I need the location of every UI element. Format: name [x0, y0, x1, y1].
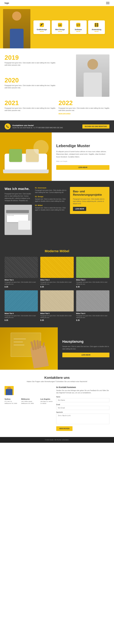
message-textarea[interactable]	[56, 414, 109, 424]
cta-button[interactable]: BUCHEN SIE EINE BERATUNG	[82, 124, 109, 128]
hero-card-2[interactable]: Software MEHR	[70, 20, 87, 34]
name-input[interactable]	[56, 398, 109, 402]
cta-icon	[5, 124, 11, 130]
furniture-item-3: Möbel Titel 4 Paragraph text goes here. …	[5, 290, 38, 321]
furniture-text-4: Paragraph text goes here. Click double c…	[40, 315, 74, 318]
what-item-text-0: Paragraph text goes here. Click double-c…	[35, 189, 67, 194]
what-item-text-1: Sample text. Click to select the text bo…	[35, 198, 67, 202]
hero-card-3[interactable]: Anwendung MEHR	[88, 20, 105, 34]
cta-left: Kontaktiere uns heute! Suche Sie uns noc…	[5, 124, 63, 130]
what-center-col: 01. Innenraum Paragraph text goes here. …	[35, 187, 67, 237]
furniture-title-5: Möbel Titel 6	[76, 313, 109, 314]
form-group-name: Name	[56, 396, 109, 402]
furniture-title-4: Möbel Titel 5	[40, 313, 74, 314]
svg-rect-6	[97, 24, 98, 25]
cta-banner: Kontaktiere uns heute! Suche Sie uns noc…	[0, 120, 114, 132]
desk-image	[5, 205, 32, 235]
house-planning-section: Hausplanung Sample text. Click to select…	[0, 327, 114, 370]
furniture-img-3	[5, 290, 38, 312]
furniture-title-2: Möbel Titel 3	[76, 279, 109, 281]
timeline-item-2: 2021 Paragraph text goes here. Click dou…	[5, 100, 55, 114]
svg-rect-8	[97, 25, 98, 26]
vibrant-section: Lebendige Muster Et aliquam purus id ame…	[0, 132, 114, 181]
hero-card-1[interactable]: UX Web Design MEHR	[52, 20, 68, 34]
menu-line-3	[106, 4, 109, 4]
what-item-text-2: Sample text. Click to select the text bo…	[35, 207, 67, 211]
email-label: Email	[56, 404, 109, 406]
renovation-text: Paragraph text goes here. Click double-c…	[73, 198, 106, 205]
email-input[interactable]	[56, 406, 109, 410]
svg-rect-5	[95, 24, 96, 25]
name-label: Name	[56, 396, 109, 398]
timeline-text-1: Paragraph text goes here. Click double c…	[5, 84, 55, 89]
hero-card-link-1[interactable]: MEHR	[54, 31, 66, 32]
furniture-text-1: Paragraph text goes here. Click double c…	[40, 281, 74, 285]
timeline-text-0: Paragraph text goes here. Click double c…	[5, 62, 55, 66]
timeline-section: 2019 Paragraph text goes here. Click dou…	[0, 48, 114, 120]
submit-button[interactable]: ABSCHICKEN	[56, 426, 73, 431]
form-group-message: Nachricht	[56, 412, 109, 425]
pencil-icon	[39, 22, 44, 28]
contact-locations: Sydney P.O. Box 16, Melbourne VIC 3000 M…	[5, 398, 53, 405]
furniture-text-0: Paragraph text goes here. Click double c…	[5, 281, 38, 285]
contact-city-0: Sydney	[5, 398, 19, 400]
furniture-item-2: Möbel Titel 3 Paragraph text goes here. …	[76, 257, 109, 288]
furniture-text-3: Paragraph text goes here. Click double c…	[5, 315, 38, 318]
house-button[interactable]: LERN MEHR	[62, 352, 109, 357]
hero-card-link-0[interactable]: MEHR	[36, 31, 48, 32]
vibrant-button[interactable]: LERN MEHR	[56, 165, 109, 170]
contact-left-col: Sydney P.O. Box 16, Melbourne VIC 3000 M…	[5, 386, 53, 431]
contact-city-1: Melbourne	[21, 398, 38, 400]
renovation-button[interactable]: LERN MEHR	[73, 207, 86, 211]
contact-location-1: Melbourne 100 Collins Street, Melbourne …	[21, 398, 38, 405]
house-image	[0, 327, 58, 370]
contact-right-col: In Kontakt kommen Senden Sie uns eine An…	[56, 386, 109, 431]
vibrant-title: Lebendige Muster	[56, 144, 109, 148]
svg-text:UX: UX	[59, 24, 62, 26]
contact-person-card	[5, 386, 53, 395]
hero-section: Grafikdesign MEHR UX Web Design MEHR Sof…	[0, 6, 114, 48]
furniture-title-0: Möbel Titel 1	[5, 279, 38, 281]
menu-button[interactable]	[106, 2, 109, 4]
ux-icon: UX	[57, 22, 63, 28]
contact-address-2: 340 Main St, Venice CA 90291	[40, 400, 53, 405]
timeline-item-0: 2019 Paragraph text goes here. Click dou…	[5, 54, 55, 74]
code-icon	[76, 22, 81, 28]
contact-form-text: Senden Sie uns eine Anfrage oder geben S…	[56, 389, 109, 394]
furniture-price-5: $ 25	[76, 319, 109, 321]
what-right-col: Bau- und Renovierungsprojekte Paragraph …	[70, 187, 109, 237]
timeline-year-1: 2020	[5, 77, 55, 84]
furniture-img-1	[40, 257, 74, 278]
furniture-item-1: Möbel Titel 2 Paragraph text goes here. …	[40, 257, 74, 288]
timeline-text-3: Paragraph text goes here. Click double c…	[59, 107, 109, 112]
furniture-price-4: $ 25	[40, 319, 74, 321]
furniture-item-5: Möbel Titel 6 Paragraph text goes here. …	[76, 290, 109, 321]
renovation-title: Bau- und Renovierungsprojekte	[73, 190, 106, 196]
furniture-title-3: Möbel Titel 4	[5, 313, 38, 314]
furniture-item-0: Möbel Titel 1 Paragraph text goes here. …	[5, 257, 38, 288]
vibrant-content: Lebendige Muster Et aliquam purus id ame…	[52, 132, 114, 181]
hero-card-0[interactable]: Grafikdesign MEHR	[33, 20, 50, 34]
hero-card-link-2[interactable]: MEHR	[72, 31, 85, 32]
what-item-1: 02. Design Sample text. Click to select …	[35, 196, 67, 202]
timeline-text-2: Paragraph text goes here. Click double c…	[5, 107, 55, 112]
what-item-0: 01. Innenraum Paragraph text goes here. …	[35, 187, 67, 194]
form-group-email: Email	[56, 404, 109, 410]
hero-card-title-0: Grafikdesign	[36, 28, 48, 30]
what-item-2: 03. Möbel Sample text. Click to select t…	[35, 204, 67, 211]
timeline-person-image	[59, 54, 109, 97]
hero-card-title-1: Web Design	[54, 28, 66, 30]
hero-person	[3, 9, 33, 48]
contact-section: Kontaktiere uns Haben Sie Fragen oder An…	[0, 370, 114, 437]
furniture-img-5	[76, 290, 109, 312]
cta-text-container: Kontaktiere uns heute! Suche Sie uns noc…	[13, 124, 63, 128]
what-i-do-section: Was ich mache. Paragraph text goes here.…	[0, 181, 114, 243]
cta-title: Kontaktiere uns heute!	[13, 124, 63, 126]
contact-address-0: P.O. Box 16, Melbourne VIC 3000	[5, 400, 19, 405]
vibrant-text: Et aliquam purus id amet luctus ultrices…	[56, 150, 109, 158]
hero-card-link-3[interactable]: MEHR	[90, 31, 103, 32]
furniture-price-2: $ 25	[76, 286, 109, 288]
contact-avatar	[5, 386, 14, 395]
timeline-more-link[interactable]: Mehr erfahren	[59, 113, 109, 114]
furniture-price-1: $ 25	[40, 286, 74, 288]
